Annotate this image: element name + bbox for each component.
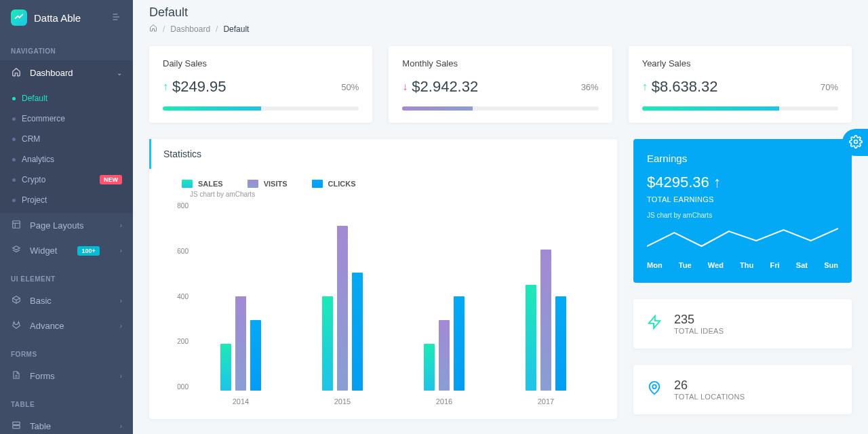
sidebar-sub-default[interactable]: Default: [0, 88, 133, 108]
breadcrumb-sep: /: [163, 24, 165, 34]
sidebar-caption-navigation: NAVIGATION: [0, 35, 133, 60]
y-tick: 000: [163, 383, 189, 391]
x-label: 2015: [334, 397, 351, 406]
sidebar-collapse-icon[interactable]: [111, 12, 122, 24]
ideas-num: 235: [674, 313, 724, 327]
bar[interactable]: [439, 320, 450, 391]
day-label: Tue: [679, 261, 692, 269]
swatch-blue-icon: [312, 180, 323, 188]
bar-group: [526, 250, 566, 391]
gitlab-icon: [11, 320, 22, 332]
svg-rect-3: [13, 221, 20, 229]
chevron-right-icon: ›: [120, 322, 122, 330]
breadcrumb-link-dashboard[interactable]: Dashboard: [170, 24, 210, 34]
bar[interactable]: [352, 273, 363, 391]
stats-row: Daily Sales ↑ $249.95 50% Monthly Sales …: [149, 46, 852, 123]
settings-fab[interactable]: [842, 129, 868, 156]
earnings-days: MonTueWedThuFriSatSun: [647, 261, 838, 269]
sidebar-item-label: Page Layouts: [30, 220, 84, 231]
flash-icon: [647, 315, 662, 333]
box-icon: [11, 295, 22, 307]
sidebar-sub-project[interactable]: Project: [0, 190, 133, 210]
sidebar-sub-ecommerce[interactable]: Ecommerce: [0, 108, 133, 129]
statistics-title: Statistics: [149, 139, 617, 169]
sidebar-item-label: Basic: [30, 296, 52, 306]
legend-sales[interactable]: SALES: [182, 180, 223, 188]
bar-chart: 800600400200000 2014201520162017: [163, 202, 604, 406]
layout-icon: [11, 220, 22, 231]
home-icon: [11, 67, 22, 79]
sidebar-sub-label: Crypto: [22, 175, 45, 184]
sidebar-dashboard-submenu: Default Ecommerce CRM Analytics CryptoNE…: [0, 85, 133, 213]
amcharts-credit[interactable]: JS chart by amCharts: [190, 191, 604, 198]
sidebar-item-table[interactable]: Table ›: [0, 414, 133, 434]
breadcrumb-current: Default: [223, 24, 249, 34]
page-title: Default: [149, 5, 852, 20]
stat-value: ↑ $249.95: [163, 78, 226, 96]
legend-label: SALES: [198, 180, 223, 188]
layers-icon: [11, 245, 22, 256]
day-label: Fri: [770, 261, 780, 269]
arrow-up-icon: ↑: [163, 81, 168, 93]
swatch-teal-icon: [182, 180, 193, 188]
bar[interactable]: [235, 296, 246, 391]
sidebar-item-page-layouts[interactable]: Page Layouts ›: [0, 213, 133, 238]
bar[interactable]: [424, 344, 435, 391]
badge-100: 100+: [77, 246, 99, 256]
sidebar-item-advance[interactable]: Advance ›: [0, 313, 133, 338]
stat-pct: 70%: [821, 82, 838, 92]
chevron-right-icon: ›: [120, 222, 122, 229]
svg-rect-10: [13, 422, 20, 425]
sidebar-sub-label: Default: [22, 94, 47, 103]
second-row: Statistics SALES VISITS CLICKS JS chart …: [149, 139, 852, 419]
sidebar-item-label: Forms: [30, 371, 55, 381]
sidebar-item-basic[interactable]: Basic ›: [0, 288, 133, 313]
sidebar-item-label: Widget: [30, 245, 57, 256]
day-label: Sun: [824, 261, 838, 269]
stat-card: Monthly Sales ↓ $2.942.32 36%: [389, 46, 612, 123]
sidebar-caption-ui: UI ELEMENT: [0, 263, 133, 288]
bar[interactable]: [337, 226, 348, 391]
chevron-right-icon: ›: [120, 297, 122, 304]
legend-clicks[interactable]: CLICKS: [312, 180, 356, 188]
day-label: Wed: [708, 261, 724, 269]
bar[interactable]: [250, 320, 261, 391]
y-axis-ticks: 800600400200000: [163, 202, 189, 391]
sidebar-caption-table: TABLE: [0, 389, 133, 414]
stat-value: ↑ $8.638.32: [642, 78, 718, 96]
progress-track: [163, 106, 359, 111]
legend-visits[interactable]: VISITS: [248, 180, 288, 188]
x-label: 2014: [233, 397, 249, 406]
home-icon[interactable]: [149, 24, 157, 34]
amcharts-credit[interactable]: JS chart by amCharts: [647, 212, 838, 219]
bar[interactable]: [454, 296, 465, 391]
sidebar-sub-label: Analytics: [22, 155, 54, 164]
stat-card: Daily Sales ↑ $249.95 50%: [149, 46, 372, 123]
y-tick: 800: [163, 202, 189, 210]
bar[interactable]: [526, 285, 536, 391]
bar[interactable]: [322, 296, 333, 391]
day-label: Sat: [796, 261, 808, 269]
sidebar-item-widget[interactable]: Widget 100+ ›: [0, 238, 133, 263]
progress-track: [402, 106, 598, 111]
brand-logo-icon: [11, 9, 27, 26]
sidebar-sub-crm[interactable]: CRM: [0, 129, 133, 149]
brand[interactable]: Datta Able: [0, 0, 133, 35]
bar[interactable]: [220, 344, 231, 391]
sidebar-item-forms[interactable]: Forms ›: [0, 363, 133, 389]
total-ideas-card: 235 TOTAL IDEAS: [633, 299, 852, 349]
sidebar-item-dashboard[interactable]: Dashboard ⌄: [0, 60, 133, 85]
day-label: Mon: [647, 261, 663, 269]
progress-bar: [163, 106, 261, 111]
legend-label: CLICKS: [328, 180, 356, 188]
swatch-purple-icon: [248, 180, 258, 188]
sidebar-sub-analytics[interactable]: Analytics: [0, 149, 133, 170]
svg-point-13: [652, 384, 656, 389]
sidebar-sub-crypto[interactable]: CryptoNEW: [0, 170, 133, 190]
chevron-right-icon: ›: [120, 247, 122, 254]
bar[interactable]: [540, 250, 551, 391]
bar[interactable]: [555, 296, 566, 391]
sidebar: Datta Able NAVIGATION Dashboard ⌄ Defaul…: [0, 0, 133, 434]
stat-label: Yearly Sales: [642, 58, 838, 68]
svg-point-14: [854, 140, 858, 143]
